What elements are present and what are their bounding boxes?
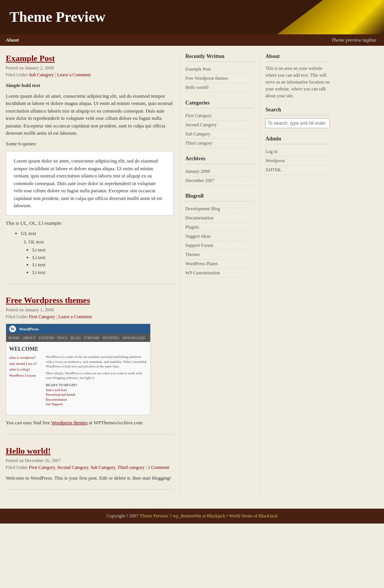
footer-link-theme-preview[interactable]: Theme Preview (140, 513, 169, 519)
post-list-intro: This is UL, OL, LI example: (6, 219, 174, 227)
about-text: This is an area on your website where yo… (265, 65, 330, 99)
blogroll-item-2[interactable]: Documentation (185, 215, 214, 221)
post-content-example-post: Simple bold text Lorem ipsum dolor sit a… (6, 82, 174, 276)
about-heading: About (265, 53, 330, 62)
blogroll-item-3[interactable]: Plugins (185, 224, 199, 230)
archive-item-2[interactable]: December 2007 (185, 178, 214, 183)
list-item: Plugins (185, 223, 254, 232)
li-item-4: Li text (32, 269, 174, 276)
post-comment-link-1[interactable]: Leave a Comment (57, 72, 91, 77)
cat-item-1[interactable]: First Category (185, 113, 212, 118)
admin-list: Log in Wordpress XHTML (265, 147, 330, 175)
post-comment-link-3[interactable]: 1 Comment (148, 465, 169, 470)
post-cat-third[interactable]: Third category (117, 465, 145, 470)
list-item: Development Blog (185, 205, 254, 214)
wp-ready-label: READY TO BEGIN? (46, 383, 147, 388)
nav-about[interactable]: About (0, 37, 25, 43)
blogroll-list: Development Blog Documentation Plugins S… (185, 205, 254, 278)
list-item: December 2007 (185, 176, 254, 185)
blogroll-item-7[interactable]: WordPress Planet (185, 261, 218, 266)
post-filed-example-post: Filed Under Sub Category | Leave a Comme… (6, 72, 174, 78)
wp-welcome-label: WELCOME (9, 345, 147, 353)
admin-heading: Admin (265, 136, 330, 144)
body-prefix: You can easy find free (6, 420, 51, 425)
post-cat-sub[interactable]: Sub Category (90, 465, 115, 470)
blogroll-section: Blogroll Development Blog Documentation … (185, 193, 254, 278)
search-heading: Search (265, 107, 330, 115)
post-hello-world: Hello world! Posted on December 26, 2007… (6, 446, 174, 490)
post-cat-second[interactable]: Second Category (57, 465, 88, 470)
ol-item: OL text (29, 238, 174, 246)
categories-list: First Category Second Category Sub Categ… (185, 111, 254, 148)
recently-written-list: Example Post Free Wordpress themes Hello… (185, 65, 254, 92)
ul-item: UL text (21, 230, 174, 237)
li-item-3: Li text (32, 261, 174, 269)
wordpress-screenshot: W WordPress HOME ABOUT EXTEND DOCS BLOG … (6, 324, 151, 415)
wp-left-item-1: what is wordpress? (9, 355, 43, 361)
post-body-free-wp: You can easy find free Wordpress themes … (6, 419, 174, 427)
wp-themes-link[interactable]: Wordpress themes (51, 420, 87, 425)
archives-heading: Archives (185, 156, 254, 164)
admin-section: Admin Log in Wordpress XHTML (265, 136, 330, 175)
wp-body: WELCOME what is wordpress? why should I … (6, 342, 150, 415)
post-filed-hello: Filed Under First Category, Second Categ… (6, 465, 174, 470)
wp-nav-hosting: HOSTING (103, 335, 119, 341)
wp-nav-extend: EXTEND (39, 335, 54, 341)
post-bold-text: Simple bold text (6, 82, 40, 88)
post-title-free-wp[interactable]: Free Wordpress themes (6, 295, 90, 305)
cat-item-4[interactable]: Third category (185, 140, 212, 146)
post-category-sub[interactable]: Sub Category (29, 72, 54, 77)
archives-section: Archives January 2008 December 2007 (185, 156, 254, 185)
list-item: Log in (265, 147, 330, 156)
blogroll-item-6[interactable]: Themes (185, 252, 200, 257)
list-item: XHTML (265, 166, 330, 175)
wp-brand: WordPress (19, 326, 39, 332)
wp-logo: W (9, 325, 16, 332)
wp-nav-download: DOWNLOAD (122, 335, 145, 341)
footer-link-blackjack[interactable]: wp_themesWin at Blackjack (173, 513, 225, 519)
wp-right-col: WordPress is a state-of-the-art semantic… (46, 354, 147, 407)
footer-copyright: Copyright ? 2007 (106, 513, 138, 519)
admin-item-2[interactable]: Wordpress (265, 158, 285, 163)
footer-link-world-series[interactable]: World Series of BlackJack (229, 513, 277, 519)
wp-nav: HOME ABOUT EXTEND DOCS BLOG FORUMS HOSTI… (6, 334, 150, 342)
admin-item-3[interactable]: XHTML (265, 167, 282, 172)
list-item: Example Post (185, 65, 254, 74)
sidebar-right: About This is an area on your website wh… (259, 53, 336, 501)
rw-item-2[interactable]: Free Wordpress themes (185, 76, 228, 81)
blogroll-item-5[interactable]: Support Forum (185, 243, 213, 248)
cat-item-2[interactable]: Second Category (185, 122, 217, 127)
wp-nav-home: HOME (8, 335, 19, 341)
site-footer: Copyright ? 2007 Theme Preview ? wp_them… (0, 509, 384, 524)
archive-item-1[interactable]: January 2008 (185, 169, 210, 174)
post-title-hello[interactable]: Hello world! (6, 446, 51, 456)
search-input[interactable] (265, 118, 330, 128)
blogroll-item-1[interactable]: Development Blog (185, 206, 220, 211)
list-item: Free Wordpress themes (185, 74, 254, 83)
list-item: Sub Category (185, 130, 254, 139)
wp-nav-docs: DOCS (57, 335, 67, 341)
blogroll-item-4[interactable]: Suggest Ideas (185, 234, 210, 239)
post-comment-link-2[interactable]: Leave a Comment (58, 314, 92, 319)
blogroll-item-8[interactable]: WP Customization (185, 270, 220, 275)
list-item: WP Customization (185, 269, 254, 278)
post-content-hello: Welcome to WordPress. This is your first… (6, 474, 174, 482)
list-item: Second Category (185, 121, 254, 130)
post-ul: UL text (21, 230, 174, 237)
rw-item-1[interactable]: Example Post (185, 66, 210, 72)
post-cat-first[interactable]: First Category (29, 465, 55, 470)
wp-nav-about: ABOUT (22, 335, 35, 341)
admin-item-1[interactable]: Log in (265, 149, 278, 154)
site-header: Theme Preview (0, 0, 384, 34)
post-title-example-post[interactable]: Example Post (6, 53, 55, 63)
rw-item-3[interactable]: Hello world! (185, 85, 209, 90)
categories-heading: Categories (185, 100, 254, 108)
list-item: Hello world! (185, 83, 254, 92)
post-category-first[interactable]: First Category (29, 314, 55, 319)
post-content-free-wp: W WordPress HOME ABOUT EXTEND DOCS BLOG … (6, 324, 174, 427)
navigation: About Theme preview tagline (0, 34, 384, 46)
post-body-text: Lorem ipsum dolor sit amet, consectetur … (6, 92, 174, 137)
post-inner-ul: Li text Li text Li text Li text (32, 246, 174, 276)
cat-item-3[interactable]: Sub Category (185, 131, 210, 137)
wp-ready-item-2: Download and Install (46, 392, 147, 397)
